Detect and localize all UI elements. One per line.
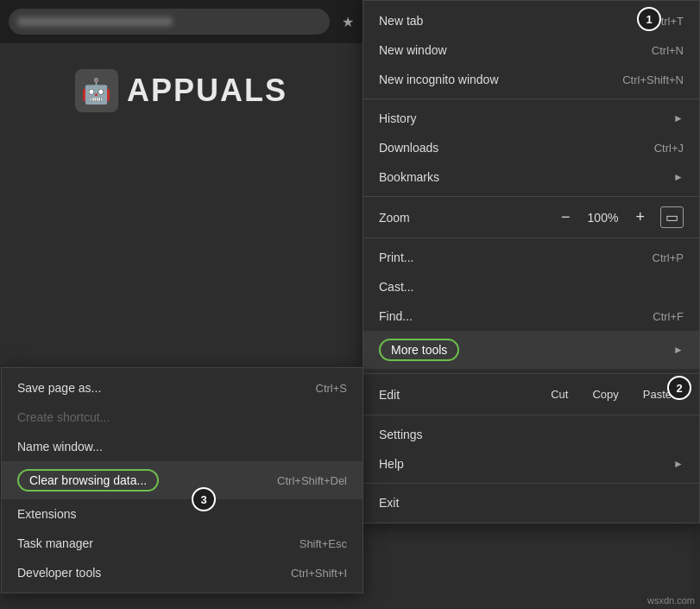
copy-button[interactable]: Copy (580, 384, 630, 405)
cut-button[interactable]: Cut (539, 384, 580, 405)
menu-item-more-tools[interactable]: More tools ► (363, 331, 699, 369)
arrow-icon: ► (673, 344, 684, 356)
submenu-item-create-shortcut[interactable]: Create shortcut... (2, 403, 363, 432)
arrow-icon: ► (673, 112, 684, 124)
divider-6 (363, 483, 699, 484)
menu-item-settings[interactable]: Settings (363, 420, 699, 449)
url-text (17, 17, 173, 26)
divider-2 (363, 196, 699, 197)
edit-controls: Cut Copy Paste (539, 384, 684, 405)
fullscreen-button[interactable]: ▭ (660, 206, 684, 228)
submenu-item-extensions[interactable]: Extensions (2, 499, 363, 529)
divider-1 (363, 98, 699, 99)
arrow-icon: ► (673, 458, 684, 470)
menu-item-help[interactable]: Help ► (363, 449, 699, 479)
submenu-item-developer-tools[interactable]: Developer tools Ctrl+Shift+I (2, 558, 363, 587)
appuals-logo: 🤖 APPUALS (75, 69, 287, 112)
url-bar[interactable] (9, 9, 330, 35)
edit-row: Edit Cut Copy Paste (363, 378, 699, 410)
menu-item-new-incognito[interactable]: New incognito window Ctrl+Shift+N (363, 65, 699, 94)
watermark: wsxdn.com (647, 595, 695, 606)
divider-5 (363, 415, 699, 416)
zoom-out-button[interactable]: − (556, 206, 576, 228)
divider-3 (363, 238, 699, 238)
submenu-item-task-manager[interactable]: Task manager Shift+Esc (2, 529, 363, 558)
menu-item-cast[interactable]: Cast... (363, 272, 699, 301)
menu-item-print[interactable]: Print... Ctrl+P (363, 243, 699, 272)
arrow-icon: ► (673, 171, 684, 183)
submenu-item-clear-browsing[interactable]: Clear browsing data... Ctrl+Shift+Del (2, 461, 363, 499)
menu-item-find[interactable]: Find... Ctrl+F (363, 301, 699, 331)
menu-item-exit[interactable]: Exit (363, 488, 699, 517)
step-badge-1: 1 (637, 7, 661, 31)
chrome-context-menu: New tab Ctrl+T New window Ctrl+N New inc… (363, 0, 700, 523)
menu-item-bookmarks[interactable]: Bookmarks ► (363, 162, 699, 192)
menu-item-new-window[interactable]: New window Ctrl+N (363, 35, 699, 65)
browser-address-bar: ★ (0, 0, 363, 43)
menu-item-history[interactable]: History ► (363, 104, 699, 133)
step-badge-2: 2 (667, 376, 691, 400)
appuals-robot-icon: 🤖 (75, 69, 118, 112)
zoom-controls: − 100% + ▭ (556, 206, 684, 228)
zoom-in-button[interactable]: + (630, 206, 650, 228)
submenu-item-save-page[interactable]: Save page as... Ctrl+S (2, 373, 363, 403)
divider-4 (363, 373, 699, 374)
bookmark-star-icon[interactable]: ★ (342, 14, 354, 30)
step-badge-3: 3 (192, 487, 216, 511)
zoom-control-row: Zoom − 100% + ▭ (363, 201, 699, 233)
appuals-brand-name: APPUALS (127, 73, 287, 109)
zoom-value-display: 100% (585, 211, 620, 225)
more-tools-submenu: Save page as... Ctrl+S Create shortcut..… (1, 367, 363, 593)
menu-item-downloads[interactable]: Downloads Ctrl+J (363, 133, 699, 162)
submenu-item-name-window[interactable]: Name window... (2, 432, 363, 461)
